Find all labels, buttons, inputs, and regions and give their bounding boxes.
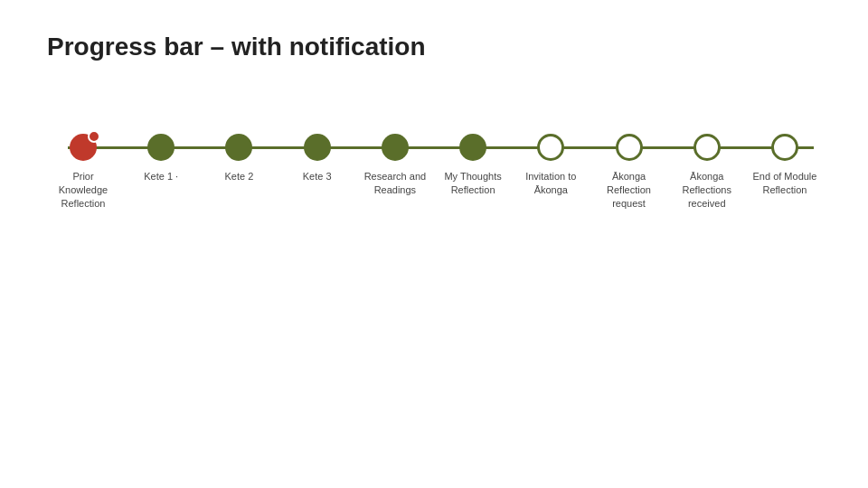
step-label-my-thoughts: My Thoughts Reflection xyxy=(437,170,509,197)
step-research[interactable]: Research and Readings xyxy=(359,134,431,197)
step-kete-3[interactable]: Kete 3 xyxy=(281,134,354,183)
page-title: Progress bar – with notification xyxy=(0,0,868,61)
step-label-prior-knowledge: Prior Knowledge Reflection xyxy=(47,170,119,211)
step-circle-akonga-reflections xyxy=(693,134,721,161)
step-my-thoughts[interactable]: My Thoughts Reflection xyxy=(437,134,509,197)
progress-bar-container: Prior Knowledge ReflectionKete 1 ·Kete 2… xyxy=(0,134,868,211)
step-prior-knowledge[interactable]: Prior Knowledge Reflection xyxy=(47,134,119,211)
step-kete-2[interactable]: Kete 2 xyxy=(203,134,275,183)
step-label-kete-2: Kete 2 xyxy=(225,170,254,183)
step-circle-invitation xyxy=(537,134,564,161)
step-circle-kete-1 xyxy=(147,134,175,161)
step-label-research: Research and Readings xyxy=(359,170,431,197)
step-circle-my-thoughts xyxy=(459,134,486,161)
steps-container: Prior Knowledge ReflectionKete 1 ·Kete 2… xyxy=(47,134,821,211)
step-invitation[interactable]: Invitation to Ākonga xyxy=(514,134,587,197)
step-circle-kete-2 xyxy=(225,134,252,161)
step-end-of-module[interactable]: End of Module Reflection xyxy=(749,134,821,197)
step-akonga-reflections[interactable]: Ākonga Reflections received xyxy=(671,134,743,211)
step-label-akonga-reflection: Ākonga Reflection request xyxy=(593,170,665,211)
step-circle-akonga-reflection xyxy=(616,134,643,161)
step-circle-kete-3 xyxy=(304,134,331,161)
step-label-kete-1: Kete 1 · xyxy=(144,170,178,183)
step-akonga-reflection[interactable]: Ākonga Reflection request xyxy=(593,134,665,211)
step-label-akonga-reflections: Ākonga Reflections received xyxy=(671,170,743,211)
step-kete-1[interactable]: Kete 1 · xyxy=(125,134,197,183)
step-circle-research xyxy=(382,134,409,161)
step-circle-end-of-module xyxy=(771,134,798,161)
step-label-kete-3: Kete 3 xyxy=(303,170,332,183)
step-circle-prior-knowledge xyxy=(70,134,97,161)
step-label-end-of-module: End of Module Reflection xyxy=(749,170,821,197)
step-label-invitation: Invitation to Ākonga xyxy=(514,170,587,197)
